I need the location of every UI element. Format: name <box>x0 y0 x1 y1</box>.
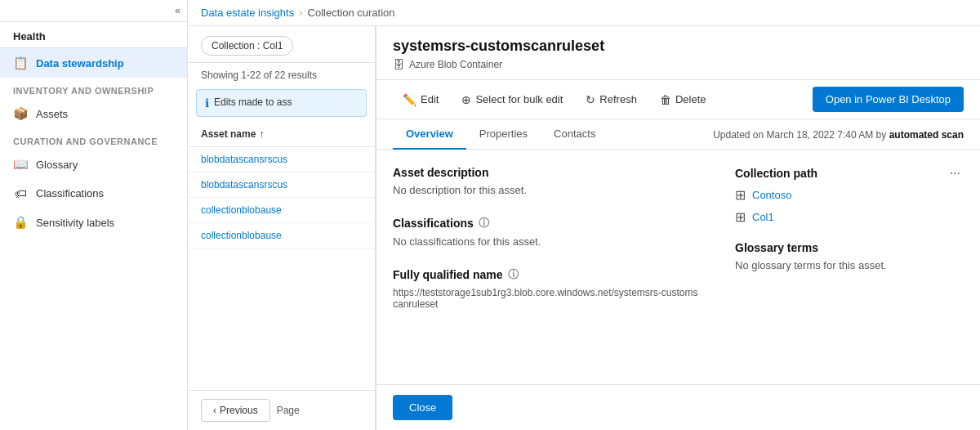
sidebar-item-sensitivity-labels[interactable]: 🔒 Sensitivity labels <box>0 208 187 237</box>
sidebar-item-data-stewardship[interactable]: 📋 Data stewardship <box>0 48 187 78</box>
sidebar-curation-group: Curation and governance <box>0 128 187 150</box>
list-items: blobdatascansrscus blobdatascansrscus co… <box>188 147 375 390</box>
detail-subtitle-text: Azure Blob Container <box>409 59 502 70</box>
updated-text: Updated on March 18, 2022 7:40 AM by aut… <box>713 121 964 149</box>
detail-footer: Close <box>376 384 980 430</box>
delete-label: Delete <box>675 93 706 105</box>
page-label: Page <box>277 405 300 416</box>
open-powerbi-button[interactable]: Open in Power BI Desktop <box>813 87 964 112</box>
fqn-section: Fully qualified name ⓘ https://teststora… <box>393 267 702 310</box>
asset-description-section: Asset description No description for thi… <box>393 166 702 196</box>
sidebar-collapse-button[interactable]: « <box>175 5 180 16</box>
tab-properties[interactable]: Properties <box>466 119 541 150</box>
asset-name-col-label: Asset name <box>201 128 256 140</box>
breadcrumb-chevron-icon: › <box>299 7 302 19</box>
classifications-label: Classifications <box>393 217 474 230</box>
asset-description-title: Asset description <box>393 166 702 179</box>
detail-body: Asset description No description for thi… <box>376 150 980 384</box>
close-button[interactable]: Close <box>393 395 452 420</box>
storage-icon: 🗄 <box>393 58 404 71</box>
asset-description-value: No description for this asset. <box>393 184 702 196</box>
previous-button[interactable]: ‹ Previous <box>201 399 270 422</box>
sidebar-item-assets[interactable]: 📦 Assets <box>0 99 187 128</box>
info-text: Edits made to ass <box>214 96 292 108</box>
info-banner: ℹ Edits made to ass <box>196 89 367 117</box>
sidebar-item-classifications[interactable]: 🏷 Classifications <box>0 179 187 208</box>
list-panel-footer: ‹ Previous Page <box>188 390 375 430</box>
sidebar-item-label: Assets <box>36 108 68 120</box>
classifications-info-icon[interactable]: ⓘ <box>479 216 489 231</box>
fqn-info-icon[interactable]: ⓘ <box>508 267 519 282</box>
glossary-icon: 📖 <box>13 157 28 172</box>
list-col-header: Asset name ↑ <box>188 122 375 147</box>
sidebar-item-label: Classifications <box>36 187 104 199</box>
classifications-section: Classifications ⓘ No classifications for… <box>393 216 702 248</box>
refresh-icon: ↻ <box>586 93 595 106</box>
sidebar: « Health 📋 Data stewardship Inventory an… <box>0 0 188 430</box>
sensitivity-labels-icon: 🔒 <box>13 215 28 230</box>
fqn-value: https://teststorage1sub1rg3.blob.core.wi… <box>393 287 702 310</box>
bulk-edit-label: Select for bulk edit <box>475 93 563 105</box>
classifications-value: No classifications for this asset. <box>393 235 702 248</box>
sidebar-item-label: Sensitivity labels <box>36 217 114 229</box>
collection-path-title: Collection path <box>735 167 817 180</box>
content-area: Collection : Col1 Showing 1-22 of 22 res… <box>188 26 980 430</box>
sidebar-item-label: Glossary <box>36 159 78 171</box>
breadcrumb-current: Collection curation <box>308 7 395 19</box>
collection-link-contoso[interactable]: Contoso <box>752 189 791 201</box>
glossary-section: Glossary terms No glossary terms for thi… <box>735 241 964 271</box>
bulk-edit-icon: ⊕ <box>461 93 471 106</box>
detail-right: Collection path ··· ⊞ Contoso ⊞ Col1 <box>735 166 964 384</box>
detail-toolbar: ✏️ Edit ⊕ Select for bulk edit ↻ Refresh… <box>376 80 980 119</box>
list-item[interactable]: collectionblobause <box>188 223 375 249</box>
collection-path-more-button[interactable]: ··· <box>947 166 964 181</box>
tab-overview[interactable]: Overview <box>393 119 466 150</box>
edit-button[interactable]: ✏️ Edit <box>393 88 448 111</box>
bulk-edit-button[interactable]: ⊕ Select for bulk edit <box>452 88 572 111</box>
previous-label: Previous <box>220 405 258 416</box>
sidebar-item-label: Data stewardship <box>36 57 124 69</box>
fqn-label: Fully qualified name <box>393 268 503 281</box>
tab-contacts[interactable]: Contacts <box>541 119 608 150</box>
data-stewardship-icon: 📋 <box>13 56 28 70</box>
breadcrumb-link-1[interactable]: Data estate insights <box>201 7 294 19</box>
list-panel: Collection : Col1 Showing 1-22 of 22 res… <box>188 26 376 430</box>
sort-arrow-icon: ↑ <box>259 128 264 140</box>
glossary-title: Glossary terms <box>735 241 964 254</box>
sidebar-inventory-group: Inventory and ownership <box>0 78 187 99</box>
collection-path-item-col1: ⊞ Col1 <box>735 209 964 225</box>
detail-subtitle: 🗄 Azure Blob Container <box>393 58 964 71</box>
list-item[interactable]: blobdatascansrscus <box>188 147 375 172</box>
sidebar-health-header: Health <box>0 22 187 48</box>
refresh-label: Refresh <box>599 93 637 105</box>
collection-icon-col1: ⊞ <box>735 209 746 225</box>
chevron-left-icon: ‹ <box>213 405 216 416</box>
sidebar-collapse-area: « <box>0 0 187 22</box>
assets-icon: 📦 <box>13 106 28 121</box>
detail-title: systemsrs-customscanruleset <box>393 38 964 55</box>
collection-path-header: Collection path ··· <box>735 166 964 181</box>
edit-icon: ✏️ <box>403 93 416 106</box>
updated-by: automated scan <box>889 129 964 141</box>
detail-panel: systemsrs-customscanruleset 🗄 Azure Blob… <box>376 26 980 430</box>
collection-link-col1[interactable]: Col1 <box>752 211 774 223</box>
detail-tabs: Overview Properties Contacts Updated on … <box>376 119 980 150</box>
refresh-button[interactable]: ↻ Refresh <box>576 88 647 111</box>
list-item[interactable]: collectionblobause <box>188 198 375 223</box>
classifications-icon: 🏷 <box>13 186 28 200</box>
collection-path-item-contoso: ⊞ Contoso <box>735 187 964 203</box>
fqn-title: Fully qualified name ⓘ <box>393 267 702 282</box>
edit-label: Edit <box>421 93 439 105</box>
updated-on-label: Updated on March 18, 2022 7:40 AM by <box>713 129 886 141</box>
sidebar-item-glossary[interactable]: 📖 Glossary <box>0 150 187 179</box>
list-item[interactable]: blobdatascansrscus <box>188 172 375 198</box>
detail-header: systemsrs-customscanruleset 🗄 Azure Blob… <box>376 26 980 80</box>
collection-icon-contoso: ⊞ <box>735 187 746 203</box>
delete-button[interactable]: 🗑 Delete <box>650 88 716 111</box>
glossary-value: No glossary terms for this asset. <box>735 259 964 271</box>
main-area: Data estate insights › Collection curati… <box>188 0 980 430</box>
showing-text: Showing 1-22 of 22 results <box>188 63 375 84</box>
classifications-title: Classifications ⓘ <box>393 216 702 231</box>
info-icon: ℹ <box>205 96 209 110</box>
delete-icon: 🗑 <box>660 93 671 106</box>
